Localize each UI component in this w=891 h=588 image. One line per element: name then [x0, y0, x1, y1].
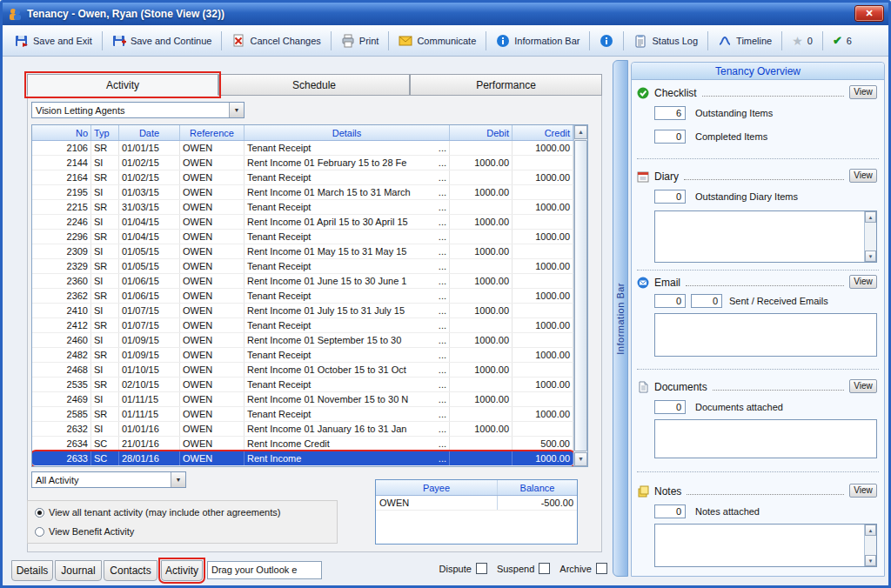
toolbar-separator: [486, 31, 486, 50]
check-count-button[interactable]: ✔ 6: [827, 31, 857, 50]
column-header-typ[interactable]: Typ: [91, 125, 119, 140]
balance-column-header: Balance: [498, 480, 577, 495]
table-row[interactable]: 2585SR01/11/15OWENTenant Receipt1000.00: [32, 407, 573, 422]
info-small-button[interactable]: [594, 30, 619, 51]
cell-date: 01/01/15: [119, 141, 180, 155]
table-row[interactable]: 2460SI01/09/15OWENRent Income 01 Septemb…: [32, 333, 573, 348]
cell-debit: 1000.00: [450, 215, 512, 229]
cell-credit: [512, 363, 573, 377]
diary-list-scrollbar[interactable]: ▲ ▼: [864, 211, 876, 262]
cell-details: Rent Income 01 February 15 to 28 Fe: [245, 156, 450, 170]
scroll-up-icon[interactable]: ▲: [574, 125, 587, 139]
column-header-no[interactable]: No: [32, 125, 91, 140]
notes-list-scrollbar[interactable]: ▲ ▼: [864, 525, 876, 566]
table-row[interactable]: 2362SR01/06/15OWENTenant Receipt1000.00: [32, 289, 573, 304]
cell-no: 2362: [32, 289, 91, 303]
email-count-label: Sent / Received Emails: [729, 294, 828, 306]
radio-unselected-icon[interactable]: [35, 527, 44, 537]
save-and-continue-button[interactable]: Save and Continue: [107, 30, 218, 51]
table-row[interactable]: 2215SR31/03/15OWENTenant Receipt1000.00: [32, 200, 573, 215]
communicate-label: Communicate: [417, 36, 476, 46]
table-row[interactable]: 2296SR01/04/15OWENTenant Receipt1000.00: [32, 230, 573, 244]
scroll-down-icon[interactable]: ▼: [574, 452, 587, 466]
column-header-debit[interactable]: Debit: [450, 125, 512, 140]
table-row[interactable]: 2360SI01/06/15OWENRent Income 01 June 15…: [32, 274, 573, 289]
table-scrollbar[interactable]: ▲ ▼: [573, 125, 587, 466]
table-row[interactable]: 2535SR02/10/15OWENTenant Receipt1000.00: [32, 378, 573, 392]
table-row[interactable]: 2329SR01/05/15OWENTenant Receipt1000.00: [32, 259, 573, 274]
table-row[interactable]: 2164SR01/02/15OWENTenant Receipt1000.00: [32, 170, 573, 185]
cell-debit: [450, 170, 512, 184]
scroll-down-icon[interactable]: ▼: [865, 555, 876, 566]
information-bar-strip[interactable]: Information Bar: [613, 60, 628, 577]
email-list[interactable]: [654, 313, 877, 357]
table-row[interactable]: 2309SI01/05/15OWENRent Income 01 May 15 …: [32, 244, 573, 259]
table-row[interactable]: 2144SI01/02/15OWENRent Income 01 Februar…: [32, 156, 573, 170]
diary-view-button[interactable]: View: [849, 169, 877, 183]
table-row[interactable]: 2246SI01/04/15OWENRent Income 01 April 1…: [32, 215, 573, 230]
bottom-tab-journal[interactable]: Journal: [55, 560, 102, 581]
table-row[interactable]: 2195SI01/03/15OWENRent Income 01 March 1…: [32, 185, 573, 200]
email-view-button[interactable]: View: [849, 275, 877, 289]
bottom-tab-contacts[interactable]: Contacts: [104, 560, 157, 581]
archive-checkbox[interactable]: [596, 563, 607, 574]
status-log-button[interactable]: Status Log: [628, 30, 703, 51]
print-button[interactable]: Print: [336, 30, 385, 51]
save-and-exit-button[interactable]: Save and Exit: [10, 30, 97, 51]
toolbar-separator: [822, 31, 823, 50]
tab-schedule[interactable]: Schedule: [218, 74, 410, 96]
activity-filter-select[interactable]: All Activity ▼: [31, 471, 186, 488]
timeline-button[interactable]: Timeline: [713, 30, 777, 51]
information-bar-button[interactable]: Information Bar: [491, 30, 585, 51]
table-row[interactable]: 2469SI01/11/15OWENRent Income 01 Novembe…: [32, 392, 573, 407]
table-row[interactable]: 2634SC21/01/16OWENRent Income Credit500.…: [32, 437, 573, 451]
outlook-drop-field[interactable]: Drag your Outlook e: [207, 561, 322, 579]
documents-list[interactable]: [654, 419, 877, 458]
chevron-down-icon[interactable]: ▼: [229, 103, 244, 117]
column-header-details[interactable]: Details: [245, 125, 450, 140]
agent-select[interactable]: Vision Letting Agents ▼: [31, 102, 245, 118]
bottom-tab-details[interactable]: Details: [11, 560, 53, 581]
scroll-up-icon[interactable]: ▲: [865, 211, 876, 223]
scroll-down-icon[interactable]: ▼: [865, 251, 876, 262]
suspend-checkbox[interactable]: [539, 563, 550, 574]
scrollbar-thumb[interactable]: [574, 140, 587, 451]
close-button[interactable]: ✕: [854, 5, 884, 22]
column-header-reference[interactable]: Reference: [180, 125, 245, 140]
dispute-checkbox[interactable]: [476, 563, 487, 574]
radio-selected-icon[interactable]: [35, 508, 44, 518]
status-log-label: Status Log: [652, 36, 698, 46]
table-row[interactable]: 2106SR01/01/15OWENTenant Receipt1000.00: [32, 141, 573, 156]
checklist-view-button[interactable]: View: [849, 85, 877, 99]
cell-debit: [450, 437, 512, 451]
cell-details: Tenant Receipt: [245, 348, 450, 362]
chevron-down-icon[interactable]: ▼: [171, 472, 185, 487]
tab-performance[interactable]: Performance: [410, 74, 602, 96]
star-count-button[interactable]: ★ 0: [787, 31, 818, 50]
table-row[interactable]: 2632SI01/01/16OWENRent Income 01 January…: [32, 422, 573, 437]
notes-view-button[interactable]: View: [849, 484, 877, 498]
documents-view-button[interactable]: View: [849, 379, 877, 393]
table-row[interactable]: 2482SR01/09/15OWENTenant Receipt1000.00: [32, 348, 573, 363]
radio-view-benefit-activity[interactable]: View Benefit Activity: [35, 526, 330, 537]
table-row[interactable]: 2410SI01/07/15OWENRent Income 01 July 15…: [32, 304, 573, 318]
tab-activity[interactable]: Activity: [27, 74, 218, 96]
column-header-date[interactable]: Date: [119, 125, 180, 140]
table-row[interactable]: 2468SI01/10/15OWENRent Income 01 October…: [32, 363, 573, 378]
bottom-tab-activity[interactable]: Activity: [161, 560, 203, 581]
cancel-changes-button[interactable]: Cancel Changes: [226, 30, 325, 51]
table-row[interactable]: 2412SR01/07/15OWENTenant Receipt1000.00: [32, 318, 573, 333]
cell-date: 01/09/15: [119, 333, 180, 347]
cell-typ: SI: [91, 274, 119, 288]
column-header-credit[interactable]: Credit: [512, 125, 573, 140]
scroll-up-icon[interactable]: ▲: [865, 525, 876, 536]
payee-row[interactable]: OWEN -500.00: [376, 496, 577, 511]
notes-list[interactable]: ▲ ▼: [654, 524, 877, 567]
communicate-button[interactable]: Communicate: [393, 30, 481, 51]
diary-list[interactable]: ▲ ▼: [654, 210, 877, 263]
checklist-label: Checklist: [654, 87, 697, 99]
radio-view-all-tenant-activity[interactable]: View all tenant activity (may include ot…: [35, 507, 330, 518]
table-row-selected[interactable]: 2633SC28/01/16OWENRent Income1000.00: [32, 451, 573, 466]
contacts-icon: [8, 7, 22, 21]
dotted-leader: [713, 390, 844, 391]
